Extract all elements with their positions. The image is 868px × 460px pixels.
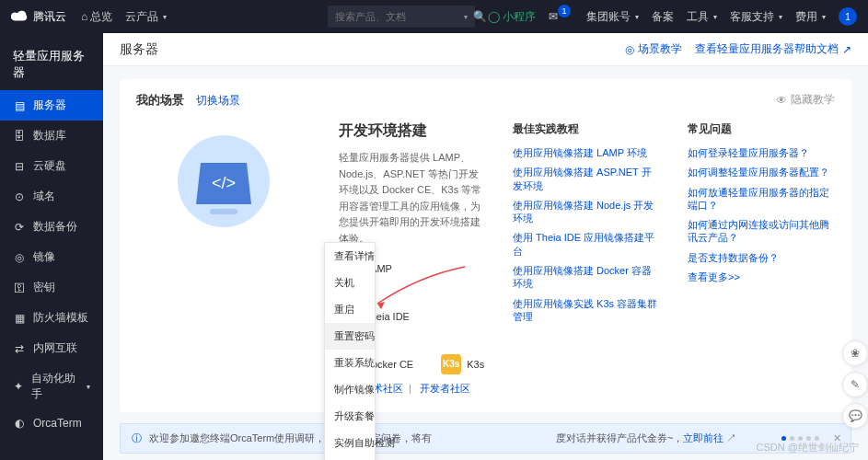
app-K3s[interactable]: K3sK3s bbox=[441, 354, 484, 374]
app-icon: K3s bbox=[441, 354, 461, 374]
disk-icon: ⊟ bbox=[13, 160, 26, 173]
sidebar-item-8[interactable]: ⇄内网互联 bbox=[0, 333, 103, 363]
top-bar: 腾讯云 ⌂ 总览 云产品▾ ▾ 🔍 ◯ 小程序 ✉1 集团账号▾ 备案 工具▾ … bbox=[0, 0, 868, 33]
nav-support[interactable]: 客服支持▾ bbox=[730, 9, 782, 25]
nav-overview[interactable]: ⌂ 总览 bbox=[81, 9, 112, 25]
scene-teach-link[interactable]: ◎ 场景教学 bbox=[625, 41, 682, 57]
backup-icon: ⟳ bbox=[13, 221, 26, 234]
faq-column: 常见问题 如何登录轻量应用服务器？如何调整轻量应用服务器配置？如何放通轻量应用服… bbox=[688, 121, 835, 396]
lan-icon: ⇄ bbox=[13, 342, 26, 355]
ctx-item-7[interactable]: 实例自助检测 bbox=[325, 430, 375, 456]
scene-desc: 轻量应用服务器提供 LAMP、Node.js、ASP.NET 等热门开发环境以及… bbox=[339, 150, 485, 247]
banner-dots[interactable] bbox=[781, 436, 819, 441]
ctx-item-1[interactable]: 关机 bbox=[325, 270, 375, 296]
main-area: 服务器 ◎ 场景教学 查看轻量应用服务器帮助文档 ↗ 我的场景 切换场景 👁隐藏… bbox=[103, 33, 868, 460]
context-menu: 查看详情关机重启重置密码重装系统制作镜像升级套餐实例自助检测销毁/退还 bbox=[324, 242, 376, 460]
search-icon[interactable]: 🔍 bbox=[473, 10, 487, 23]
tutorial-link-2[interactable]: 使用应用镜像搭建 Node.js 开发环境 bbox=[513, 199, 660, 225]
ctx-item-8[interactable]: 销毁/退还 bbox=[325, 456, 375, 460]
ctx-item-6[interactable]: 升级套餐 bbox=[325, 403, 375, 430]
sidebar-item-1[interactable]: 🗄数据库 bbox=[0, 121, 103, 151]
ctx-item-2[interactable]: 重启 bbox=[325, 296, 375, 323]
fab-feedback[interactable]: ✎ bbox=[842, 372, 868, 397]
faq-link-2[interactable]: 如何放通轻量应用服务器的指定端口？ bbox=[688, 186, 835, 213]
sidebar-item-5[interactable]: ◎镜像 bbox=[0, 242, 103, 272]
sidebar-item-7[interactable]: ▦防火墙模板 bbox=[0, 303, 103, 333]
ctx-item-4[interactable]: 重装系统 bbox=[325, 350, 375, 376]
tutorial-link-4[interactable]: 使用应用镜像搭建 Docker 容器环境 bbox=[513, 264, 660, 291]
sidebar-item-10[interactable]: ◐OrcaTerm bbox=[0, 409, 103, 437]
tutorials-column: 最佳实践教程 使用应用镜像搭建 LAMP 环境使用应用镜像搭建 ASP.NET … bbox=[513, 121, 660, 396]
ctx-item-5[interactable]: 制作镜像 bbox=[325, 376, 375, 403]
floating-actions: ❀ ✎ 💬 bbox=[842, 340, 868, 429]
sidebar-title: 轻量应用服务器 bbox=[0, 42, 103, 90]
scene-header: 我的场景 bbox=[136, 92, 184, 109]
sidebar-item-3[interactable]: ⊙域名 bbox=[0, 181, 103, 212]
server-icon: ▤ bbox=[13, 99, 26, 112]
sidebar-item-9[interactable]: ✦自动化助手▾ bbox=[0, 363, 103, 409]
sidebar-item-4[interactable]: ⟳数据备份 bbox=[0, 212, 103, 242]
fab-chat[interactable]: 💬 bbox=[842, 403, 868, 429]
banner-cta[interactable]: 立即前往 bbox=[683, 432, 723, 443]
watermark: CSDN @绝世剑仙纪宁 bbox=[757, 441, 859, 454]
tutorial-link-0[interactable]: 使用应用镜像搭建 LAMP 环境 bbox=[513, 146, 660, 159]
faq-more-link[interactable]: 查看更多>> bbox=[688, 270, 835, 283]
image-icon: ◎ bbox=[13, 251, 26, 264]
key-icon: ⚿ bbox=[13, 282, 26, 294]
scene-title: 开发环境搭建 bbox=[339, 121, 485, 141]
brand-logo[interactable]: 腾讯云 bbox=[11, 8, 66, 25]
svg-text:</>: </> bbox=[212, 174, 236, 192]
faq-link-4[interactable]: 是否支持数据备份？ bbox=[688, 251, 835, 264]
nav-group-account[interactable]: 集团账号▾ bbox=[586, 9, 639, 25]
sidebar: 轻量应用服务器 ▤服务器🗄数据库⊟云硬盘⊙域名⟳数据备份◎镜像⚿密钥▦防火墙模板… bbox=[0, 33, 103, 460]
switch-scene-link[interactable]: 切换场景 bbox=[196, 94, 240, 107]
auto-icon: ✦ bbox=[13, 380, 24, 393]
nav-tools[interactable]: 工具▾ bbox=[687, 9, 717, 25]
database-icon: 🗄 bbox=[13, 130, 26, 143]
survey-banner: ⓘ 欢迎参加邀您终端OrcaTerm使用调研，花2分钟填完问卷，将有______… bbox=[120, 423, 851, 454]
fab-help[interactable]: ❀ bbox=[842, 340, 868, 366]
dev-illustration: </> bbox=[136, 121, 311, 241]
scene-card: 我的场景 切换场景 👁隐藏教学 </> 开发环境搭建 轻量应用服务器提供 LAM… bbox=[120, 79, 851, 412]
hide-teach-button[interactable]: 👁隐藏教学 bbox=[776, 92, 835, 108]
dev-community-link[interactable]: 开发者社区 bbox=[420, 383, 470, 394]
avatar[interactable]: 1 bbox=[839, 7, 857, 26]
nav-beian[interactable]: 备案 bbox=[652, 9, 674, 25]
banner-text: 欢迎参加邀您终端OrcaTerm使用调研，花2分钟填完问卷，将有________… bbox=[149, 431, 737, 445]
tutorial-link-5[interactable]: 使用应用镜像实践 K3s 容器集群管理 bbox=[513, 297, 660, 324]
global-search[interactable]: ▾ 🔍 bbox=[328, 6, 475, 28]
faq-link-0[interactable]: 如何登录轻量应用服务器？ bbox=[688, 146, 835, 159]
cloud-icon bbox=[11, 8, 28, 25]
orca-icon: ◐ bbox=[13, 417, 26, 430]
sidebar-item-6[interactable]: ⚿密钥 bbox=[0, 272, 103, 303]
breadcrumb: 服务器 ◎ 场景教学 查看轻量应用服务器帮助文档 ↗ bbox=[103, 33, 868, 66]
nav-messages[interactable]: ✉1 bbox=[549, 10, 573, 23]
faq-link-3[interactable]: 如何通过内网连接或访问其他腾讯云产品？ bbox=[688, 218, 835, 245]
tutorial-link-1[interactable]: 使用应用镜像搭建 ASP.NET 开发环境 bbox=[513, 166, 660, 192]
domain-icon: ⊙ bbox=[13, 190, 26, 203]
search-input[interactable] bbox=[335, 11, 462, 22]
faq-link-1[interactable]: 如何调整轻量应用服务器配置？ bbox=[688, 166, 835, 178]
sidebar-item-2[interactable]: ⊟云硬盘 bbox=[0, 151, 103, 181]
firewall-icon: ▦ bbox=[13, 312, 26, 325]
ctx-item-0[interactable]: 查看详情 bbox=[325, 243, 375, 270]
sidebar-item-0[interactable]: ▤服务器 bbox=[0, 90, 103, 121]
nav-miniprogram[interactable]: ◯ 小程序 bbox=[488, 9, 536, 25]
tutorial-link-3[interactable]: 使用 Theia IDE 应用镜像搭建平台 bbox=[513, 231, 660, 258]
svg-rect-2 bbox=[210, 209, 237, 214]
page-title: 服务器 bbox=[120, 41, 158, 58]
nav-products[interactable]: 云产品▾ bbox=[125, 9, 167, 25]
ctx-item-3[interactable]: 重置密码 bbox=[325, 323, 375, 350]
brand-text: 腾讯云 bbox=[33, 9, 66, 25]
nav-cost[interactable]: 费用▾ bbox=[795, 9, 826, 25]
help-doc-link[interactable]: 查看轻量应用服务器帮助文档 ↗ bbox=[695, 41, 851, 57]
